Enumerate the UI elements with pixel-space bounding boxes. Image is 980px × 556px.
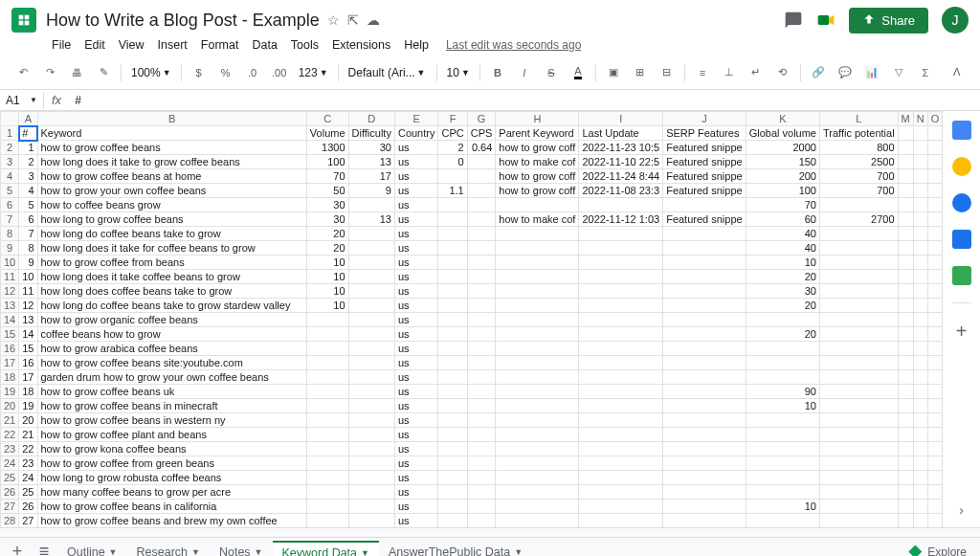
cell[interactable] [819,299,898,313]
cell[interactable]: us [394,184,438,198]
cell[interactable] [348,313,394,327]
cell[interactable] [306,500,348,514]
cell[interactable] [819,500,898,514]
cell[interactable]: Volume [306,126,348,141]
cell[interactable]: 23 [19,456,37,471]
horizontal-scrollbar[interactable] [0,527,980,537]
row-header-1[interactable]: 1 [1,126,19,141]
cell[interactable] [746,313,819,327]
cell[interactable] [913,370,927,385]
cell[interactable]: 19 [19,399,37,413]
percent-icon[interactable]: % [214,61,237,84]
contacts-icon[interactable] [952,230,971,249]
column-header-D[interactable]: D [348,112,394,126]
cell[interactable] [496,241,579,256]
number-format-select[interactable]: 123▼ [295,64,332,81]
cell[interactable] [663,399,746,413]
cell[interactable]: Last Update [579,126,663,141]
row-header[interactable]: 2 [1,141,19,155]
cell[interactable]: us [394,385,438,399]
cell[interactable] [438,471,467,485]
menu-format[interactable]: Format [195,36,245,54]
cell[interactable]: how to make cof [496,155,579,169]
cell[interactable] [819,327,898,342]
cell[interactable] [663,241,746,256]
cell[interactable]: how to grow your own coffee beans [37,184,306,198]
cell[interactable] [913,198,927,212]
cell[interactable]: us [394,141,438,155]
hide-side-panel-icon[interactable]: › [959,502,964,518]
cell[interactable] [898,227,913,241]
cell[interactable]: how to grow coffee from green beans [37,456,306,471]
cell[interactable] [496,456,579,471]
cell[interactable] [927,471,942,485]
cell[interactable] [898,327,913,342]
cell[interactable] [898,126,913,141]
cell[interactable] [913,471,927,485]
cell[interactable] [306,413,348,428]
cell[interactable] [927,212,942,227]
cell[interactable]: SERP Features [663,126,746,141]
cell[interactable]: 26 [19,500,37,514]
cell[interactable]: 20 [306,227,348,241]
cell[interactable]: how to grow coffee beans in minecraft [37,399,306,413]
cell[interactable]: 2022-11-24 8:44 [579,169,663,184]
row-header[interactable]: 26 [1,485,19,500]
cell[interactable] [913,413,927,428]
name-box[interactable]: A1▼ [0,92,44,109]
cell[interactable]: 700 [819,169,898,184]
cell[interactable]: Parent Keyword [496,126,579,141]
cell[interactable]: 7 [19,227,37,241]
cell[interactable] [467,313,496,327]
cell[interactable] [898,514,913,528]
cell[interactable] [467,370,496,385]
borders-icon[interactable]: ⊞ [629,61,652,84]
cell[interactable]: 12 [19,299,37,313]
cell[interactable] [898,284,913,299]
cell[interactable] [927,485,942,500]
row-header[interactable]: 13 [1,299,19,313]
cell[interactable] [819,399,898,413]
cell[interactable] [913,399,927,413]
cell[interactable]: Difficulty [348,126,394,141]
cell[interactable] [306,485,348,500]
cell[interactable] [913,428,927,442]
cell[interactable] [467,442,496,456]
cell[interactable] [898,198,913,212]
cell[interactable]: how to grow coffee beans [37,141,306,155]
cell[interactable] [819,342,898,356]
cell[interactable] [348,241,394,256]
cell[interactable] [927,413,942,428]
cell[interactable]: 20 [19,413,37,428]
cell[interactable]: 10 [19,270,37,284]
cell[interactable]: 2022-11-23 10:5 [579,141,663,155]
column-header-B[interactable]: B [37,112,306,126]
cell[interactable]: 700 [819,184,898,198]
cell[interactable] [467,284,496,299]
cell[interactable] [898,299,913,313]
cell[interactable] [913,169,927,184]
keep-icon[interactable] [952,157,971,176]
cell[interactable] [898,370,913,385]
cell[interactable] [746,342,819,356]
cell[interactable]: CPC [438,126,467,141]
cell[interactable] [467,270,496,284]
cell[interactable]: us [394,241,438,256]
cell[interactable] [348,284,394,299]
cell[interactable]: how to grow coffee plant and beans [37,428,306,442]
cell[interactable] [579,385,663,399]
cell[interactable] [898,155,913,169]
cell[interactable]: 30 [746,284,819,299]
cell[interactable]: how long do coffee beans take to grow st… [37,299,306,313]
cell[interactable] [579,227,663,241]
cell[interactable] [819,256,898,270]
cell[interactable]: 2022-11-10 22:5 [579,155,663,169]
cell[interactable] [898,500,913,514]
cell[interactable] [746,485,819,500]
cell[interactable] [579,514,663,528]
cell[interactable] [927,299,942,313]
cell[interactable] [467,413,496,428]
cell[interactable] [898,256,913,270]
cell[interactable]: Keyword [37,126,306,141]
cell[interactable] [663,356,746,370]
